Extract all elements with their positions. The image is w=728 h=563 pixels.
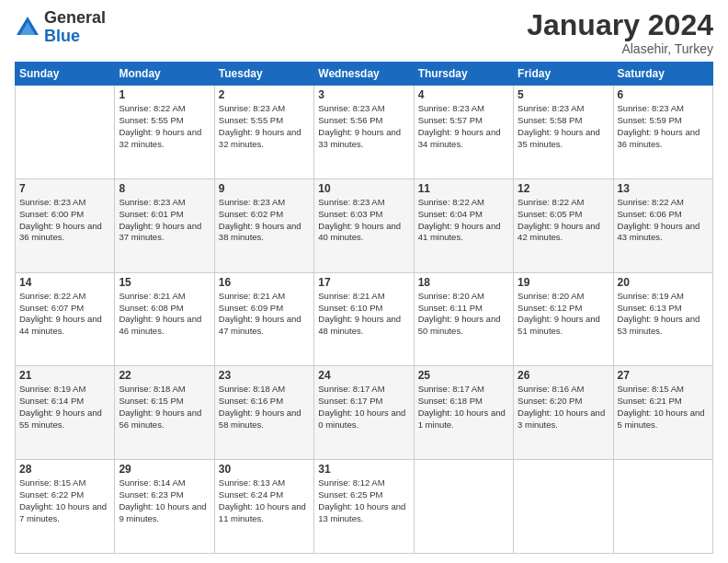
table-row: 20 Sunrise: 8:19 AMSunset: 6:13 PMDaylig… [613, 272, 712, 366]
day-number: 14 [19, 276, 110, 289]
header-sunday: Sunday [16, 63, 115, 86]
table-row: 13 Sunrise: 8:22 AMSunset: 6:06 PMDaylig… [613, 178, 712, 272]
table-row: 16 Sunrise: 8:21 AMSunset: 6:09 PMDaylig… [214, 272, 313, 366]
day-info: Sunrise: 8:23 AMSunset: 5:58 PMDaylight:… [518, 103, 600, 148]
day-info: Sunrise: 8:21 AMSunset: 6:10 PMDaylight:… [318, 291, 401, 336]
table-row: 31 Sunrise: 8:12 AMSunset: 6:25 PMDaylig… [314, 460, 414, 554]
calendar-table: Sunday Monday Tuesday Wednesday Thursday… [15, 62, 713, 554]
table-row: 29 Sunrise: 8:14 AMSunset: 6:23 PMDaylig… [115, 460, 214, 554]
day-info: Sunrise: 8:22 AMSunset: 5:55 PMDaylight:… [119, 103, 201, 148]
day-info: Sunrise: 8:20 AMSunset: 6:11 PMDaylight:… [418, 291, 501, 336]
day-info: Sunrise: 8:22 AMSunset: 6:07 PMDaylight:… [19, 291, 102, 336]
day-number: 6 [618, 88, 709, 101]
day-info: Sunrise: 8:22 AMSunset: 6:05 PMDaylight:… [518, 197, 600, 242]
day-number: 17 [318, 276, 409, 289]
table-row: 14 Sunrise: 8:22 AMSunset: 6:07 PMDaylig… [16, 272, 115, 366]
day-number: 30 [219, 463, 310, 476]
day-number: 22 [119, 369, 210, 382]
day-info: Sunrise: 8:23 AMSunset: 5:55 PMDaylight:… [219, 103, 301, 148]
week-row-1: 7 Sunrise: 8:23 AMSunset: 6:00 PMDayligh… [16, 178, 713, 272]
day-info: Sunrise: 8:17 AMSunset: 6:18 PMDaylight:… [418, 384, 506, 429]
day-info: Sunrise: 8:19 AMSunset: 6:14 PMDaylight:… [19, 384, 102, 429]
table-row: 7 Sunrise: 8:23 AMSunset: 6:00 PMDayligh… [16, 178, 115, 272]
day-number: 18 [418, 276, 509, 289]
table-row: 10 Sunrise: 8:23 AMSunset: 6:03 PMDaylig… [314, 178, 414, 272]
day-number: 29 [119, 463, 210, 476]
table-row: 15 Sunrise: 8:21 AMSunset: 6:08 PMDaylig… [115, 272, 214, 366]
logo-icon [15, 15, 40, 40]
table-row: 17 Sunrise: 8:21 AMSunset: 6:10 PMDaylig… [314, 272, 414, 366]
day-number: 31 [318, 463, 409, 476]
day-info: Sunrise: 8:23 AMSunset: 5:59 PMDaylight:… [618, 103, 700, 148]
table-row: 30 Sunrise: 8:13 AMSunset: 6:24 PMDaylig… [214, 460, 313, 554]
day-number: 11 [418, 182, 509, 195]
day-info: Sunrise: 8:15 AMSunset: 6:22 PMDaylight:… [19, 477, 107, 523]
table-row [16, 86, 115, 179]
table-row: 27 Sunrise: 8:15 AMSunset: 6:21 PMDaylig… [613, 366, 712, 460]
table-row [613, 460, 712, 554]
week-row-0: 1 Sunrise: 8:22 AMSunset: 5:55 PMDayligh… [16, 86, 713, 179]
header-wednesday: Wednesday [314, 63, 414, 86]
day-info: Sunrise: 8:21 AMSunset: 6:08 PMDaylight:… [119, 291, 201, 336]
table-row: 21 Sunrise: 8:19 AMSunset: 6:14 PMDaylig… [16, 366, 115, 460]
day-number: 12 [518, 182, 609, 195]
table-row: 26 Sunrise: 8:16 AMSunset: 6:20 PMDaylig… [514, 366, 613, 460]
table-row: 18 Sunrise: 8:20 AMSunset: 6:11 PMDaylig… [414, 272, 513, 366]
day-number: 7 [19, 182, 110, 195]
day-info: Sunrise: 8:18 AMSunset: 6:15 PMDaylight:… [119, 384, 201, 429]
table-row: 23 Sunrise: 8:18 AMSunset: 6:16 PMDaylig… [214, 366, 313, 460]
day-info: Sunrise: 8:23 AMSunset: 5:56 PMDaylight:… [318, 103, 401, 148]
day-info: Sunrise: 8:20 AMSunset: 6:12 PMDaylight:… [518, 291, 600, 336]
day-number: 21 [19, 369, 110, 382]
day-number: 5 [518, 88, 609, 101]
day-info: Sunrise: 8:23 AMSunset: 6:01 PMDaylight:… [119, 197, 201, 242]
day-info: Sunrise: 8:23 AMSunset: 6:00 PMDaylight:… [19, 197, 102, 242]
day-number: 10 [318, 182, 409, 195]
day-info: Sunrise: 8:12 AMSunset: 6:25 PMDaylight:… [318, 477, 405, 523]
logo-blue-text: Blue [44, 28, 106, 46]
table-row: 3 Sunrise: 8:23 AMSunset: 5:56 PMDayligh… [314, 86, 414, 179]
day-number: 23 [219, 369, 310, 382]
table-row [514, 460, 613, 554]
table-row: 11 Sunrise: 8:22 AMSunset: 6:04 PMDaylig… [414, 178, 513, 272]
header: General Blue January 2024 Alasehir, Turk… [15, 9, 713, 56]
week-row-4: 28 Sunrise: 8:15 AMSunset: 6:22 PMDaylig… [16, 460, 713, 554]
day-number: 15 [119, 276, 210, 289]
day-number: 25 [418, 369, 509, 382]
table-row: 6 Sunrise: 8:23 AMSunset: 5:59 PMDayligh… [613, 86, 712, 179]
header-monday: Monday [115, 63, 214, 86]
day-info: Sunrise: 8:23 AMSunset: 6:03 PMDaylight:… [318, 197, 401, 242]
table-row: 8 Sunrise: 8:23 AMSunset: 6:01 PMDayligh… [115, 178, 214, 272]
day-info: Sunrise: 8:19 AMSunset: 6:13 PMDaylight:… [618, 291, 700, 336]
table-row: 2 Sunrise: 8:23 AMSunset: 5:55 PMDayligh… [214, 86, 313, 179]
day-info: Sunrise: 8:16 AMSunset: 6:20 PMDaylight:… [518, 384, 605, 429]
table-row: 19 Sunrise: 8:20 AMSunset: 6:12 PMDaylig… [514, 272, 613, 366]
day-info: Sunrise: 8:21 AMSunset: 6:09 PMDaylight:… [219, 291, 301, 336]
day-number: 13 [618, 182, 709, 195]
day-number: 4 [418, 88, 509, 101]
day-number: 27 [618, 369, 709, 382]
day-info: Sunrise: 8:13 AMSunset: 6:24 PMDaylight:… [219, 477, 306, 523]
day-number: 20 [618, 276, 709, 289]
day-info: Sunrise: 8:15 AMSunset: 6:21 PMDaylight:… [618, 384, 705, 429]
day-info: Sunrise: 8:23 AMSunset: 5:57 PMDaylight:… [418, 103, 501, 148]
logo-text: General Blue [44, 9, 106, 46]
day-number: 9 [219, 182, 310, 195]
day-info: Sunrise: 8:14 AMSunset: 6:23 PMDaylight:… [119, 477, 206, 523]
table-row: 1 Sunrise: 8:22 AMSunset: 5:55 PMDayligh… [115, 86, 214, 179]
day-number: 19 [518, 276, 609, 289]
table-row: 28 Sunrise: 8:15 AMSunset: 6:22 PMDaylig… [16, 460, 115, 554]
month-title: January 2024 [527, 9, 713, 41]
table-row: 22 Sunrise: 8:18 AMSunset: 6:15 PMDaylig… [115, 366, 214, 460]
day-number: 2 [219, 88, 310, 101]
day-info: Sunrise: 8:17 AMSunset: 6:17 PMDaylight:… [318, 384, 405, 429]
day-info: Sunrise: 8:22 AMSunset: 6:06 PMDaylight:… [618, 197, 700, 242]
day-number: 28 [19, 463, 110, 476]
location-subtitle: Alasehir, Turkey [527, 41, 713, 56]
header-saturday: Saturday [613, 63, 712, 86]
table-row: 24 Sunrise: 8:17 AMSunset: 6:17 PMDaylig… [314, 366, 414, 460]
logo-general-text: General [44, 9, 106, 28]
week-row-3: 21 Sunrise: 8:19 AMSunset: 6:14 PMDaylig… [16, 366, 713, 460]
day-number: 8 [119, 182, 210, 195]
day-info: Sunrise: 8:22 AMSunset: 6:04 PMDaylight:… [418, 197, 501, 242]
